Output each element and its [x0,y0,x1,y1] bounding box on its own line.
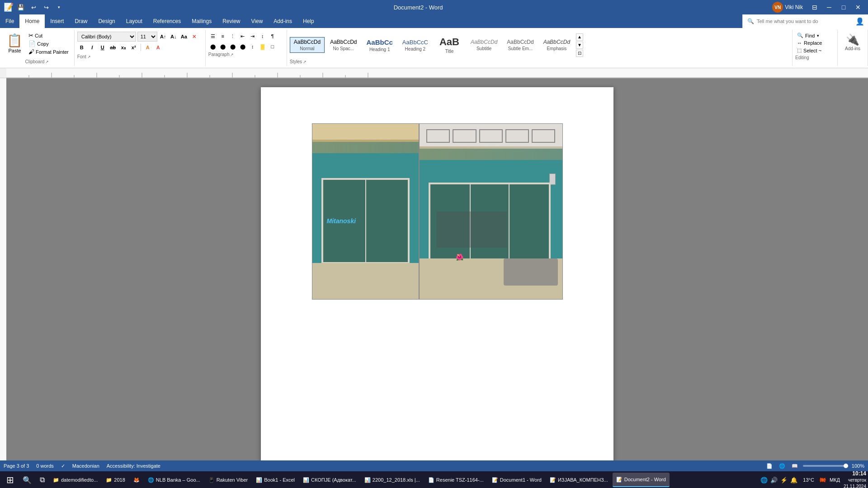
style-normal[interactable]: AaBbCcDd Normal [290,37,325,53]
taskbar-search[interactable]: 🔍 [19,473,35,487]
taskbar-excel3[interactable]: 📊 2200_12_2018.xls |... [361,473,424,487]
taskbar-file-manager[interactable]: 📁 datemodifiedto... [49,473,101,487]
style-subtle-em[interactable]: AaBbCcDd Subtle Em... [503,37,538,53]
maximize-btn[interactable]: □ [837,1,850,14]
select-button[interactable]: ⬚ Select ~ [795,47,824,54]
tab-insert[interactable]: Insert [45,14,69,28]
styles-expand[interactable]: ↗ [303,60,307,64]
font-color-btn[interactable]: A [154,43,163,52]
notification-icon[interactable]: 🔔 [790,477,797,483]
tab-addins[interactable]: Add-ins [268,14,297,28]
network-icon[interactable]: 🌐 [760,477,768,483]
font-name-select[interactable]: Calibri (Body) [77,32,136,42]
taskbar-app1[interactable]: 📄 Resenie TSZ-1164-... [425,473,487,487]
format-painter-button[interactable]: 🖌 Format Painter [27,48,71,56]
battery-icon[interactable]: ⚡ [780,477,788,483]
styles-up-btn[interactable]: ▲ [576,33,583,41]
tab-file[interactable]: File [0,14,19,28]
show-marks-btn[interactable]: ¶ [268,32,277,41]
taskbar-excel1[interactable]: 📊 Book1 - Excel [252,473,298,487]
style-no-space[interactable]: AaBbCcDd No Spac... [326,37,361,53]
taskbar-folder-2018[interactable]: 📁 2018 [102,473,128,487]
subscript-btn[interactable]: x₂ [119,43,128,52]
accessibility[interactable]: Accessibility: Investigate [107,463,160,469]
tab-mailings[interactable]: Mailings [186,14,217,28]
copy-button[interactable]: 📄 Copy [27,40,71,47]
tab-design[interactable]: Design [93,14,120,28]
styles-down-btn[interactable]: ▼ [576,42,583,49]
font-size-select[interactable]: 11 [137,32,157,42]
taskbar-word1[interactable]: 📝 Document1 - Word [488,473,545,487]
tab-references[interactable]: References [148,14,186,28]
volume-icon[interactable]: 🔊 [770,477,778,483]
redo-quick-btn[interactable]: ↪ [41,2,52,13]
paste-button[interactable]: 📋 Paste [4,32,26,55]
save-quick-btn[interactable]: 💾 [15,2,26,13]
font-expand[interactable]: ↗ [87,55,91,59]
highlight-btn[interactable]: A [143,43,152,52]
tab-view[interactable]: View [246,14,269,28]
outline-list-btn[interactable]: ⋮ [228,32,237,41]
align-center-btn[interactable]: ⬤ [218,42,227,51]
bold-btn[interactable]: B [77,43,86,52]
shading-btn[interactable]: ▓ [258,42,267,51]
styles-more-btn[interactable]: ⊡ [576,50,583,57]
print-layout-btn[interactable]: 📄 [765,461,774,470]
user-badge[interactable]: VN [772,2,783,13]
case-btn[interactable]: Aa [179,32,189,41]
increase-indent-btn[interactable]: ⇥ [248,32,257,41]
align-right-btn[interactable]: ⬤ [228,42,237,51]
superscript-btn[interactable]: x² [129,43,138,52]
taskbar-firefox[interactable]: 🦊 [130,473,143,487]
image-right[interactable]: 🌺 [419,123,562,300]
taskbar-word2[interactable]: 📝 ИЗЈАВА_КОМПЕНЗ... [546,473,612,487]
tab-draw[interactable]: Draw [69,14,93,28]
taskbar-taskview[interactable]: ⧉ [36,473,48,487]
justify-btn[interactable]: ⬤ [238,42,247,51]
customize-quick-btn[interactable]: ▾ [53,2,64,13]
tab-layout[interactable]: Layout [121,14,148,28]
taskbar-excel2[interactable]: 📊 СКОПЈЕ (Адвокат... [299,473,360,487]
replace-button[interactable]: ↔ Replace [795,39,824,47]
clipboard-expand[interactable]: ↗ [45,60,49,64]
align-left-btn[interactable]: ⬤ [208,42,217,51]
web-layout-btn[interactable]: 🌐 [778,461,787,470]
start-button[interactable]: ⊞ [2,472,18,488]
zoom-slider[interactable] [803,465,848,467]
find-button[interactable]: 🔍 Find ▾ [795,32,824,39]
border-btn[interactable]: □ [268,42,277,51]
tab-review[interactable]: Review [217,14,245,28]
italic-btn[interactable]: I [88,43,97,52]
taskbar-word3[interactable]: 📝 Document2 - Word [613,473,670,487]
tab-home[interactable]: Home [19,14,45,28]
numbered-list-btn[interactable]: ≡ [218,32,227,41]
decrease-indent-btn[interactable]: ⇤ [238,32,247,41]
undo-quick-btn[interactable]: ↩ [28,2,39,13]
bullet-list-btn[interactable]: ☰ [208,32,217,41]
increase-font-btn[interactable]: A↑ [159,32,168,41]
decrease-font-btn[interactable]: A↓ [169,32,178,41]
minimize-btn[interactable]: ─ [823,1,835,14]
share-icon[interactable]: 👤 [855,17,864,26]
document-area[interactable]: Mitanoski [6,78,868,460]
strikethrough-btn[interactable]: ab [108,43,118,52]
line-spacing-btn[interactable]: ↕ [248,42,257,51]
clear-format-btn[interactable]: ✕ [190,32,199,41]
style-emphasis[interactable]: AaBbCcDd Emphasis [539,37,574,53]
time-block[interactable]: 10:14 четврток 21.11.2024 [844,470,866,488]
addins-button[interactable]: 🔌 Add-ins [841,32,864,53]
close-btn[interactable]: ✕ [852,1,864,14]
style-title[interactable]: AaB Title [434,34,465,56]
cut-button[interactable]: ✂ Cut [27,32,71,39]
language[interactable]: Macedonian [72,463,99,469]
style-heading2[interactable]: AaBbCcC Heading 2 [398,37,432,53]
sort-btn[interactable]: ↕ [258,32,267,41]
taskbar-viber[interactable]: 📱 Rakuten Viber [205,473,252,487]
style-subtitle[interactable]: AaBbCcDd Subtitle [467,37,501,53]
zoom-level[interactable]: 100% [852,463,864,469]
ribbon-display-btn[interactable]: ⊟ [808,1,821,14]
read-mode-btn[interactable]: 📖 [790,461,799,470]
image-left[interactable]: Mitanoski [312,123,420,300]
taskbar-chrome[interactable]: 🌐 NLB Banka – Goo... [144,473,204,487]
underline-btn[interactable]: U [98,43,107,52]
